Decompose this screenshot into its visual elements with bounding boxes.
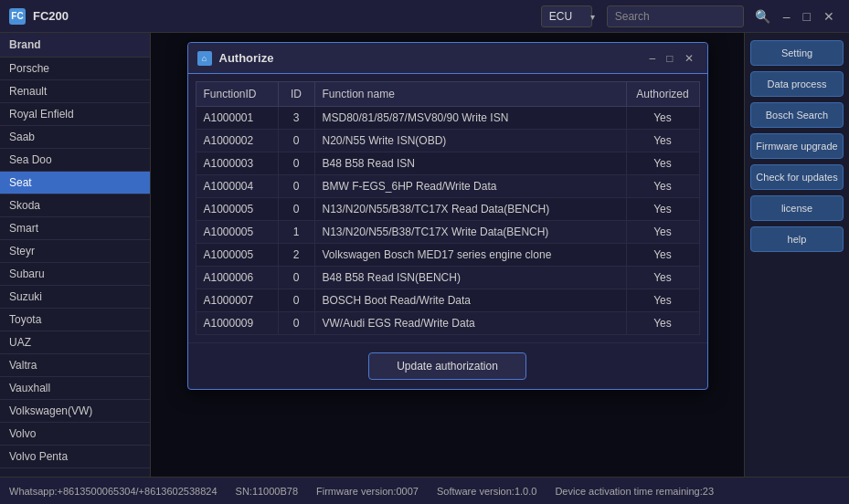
cell-function-name: B48 B58 Read ISN(BENCH)	[314, 267, 626, 289]
cell-function-id: A1000001	[196, 107, 278, 130]
cell-authorized: Yes	[626, 152, 699, 175]
sidebar-item-toyota[interactable]: Toyota	[0, 309, 150, 331]
help-button[interactable]: help	[750, 226, 844, 252]
license-button[interactable]: license	[750, 195, 844, 221]
sidebar-item-smart[interactable]: Smart	[0, 217, 150, 240]
cell-authorized: Yes	[626, 198, 699, 221]
close-button[interactable]: ✕	[818, 7, 840, 26]
search-input[interactable]	[607, 5, 744, 27]
cell-id: 0	[278, 289, 314, 312]
table-row: A1000003 0 B48 B58 Read ISN Yes	[196, 152, 699, 175]
firmware-upgrade-button[interactable]: Firmware upgrade	[750, 133, 844, 159]
sidebar-item-seat[interactable]: Seat	[0, 172, 150, 194]
cell-function-id: A1000005	[196, 198, 278, 221]
cell-id: 2	[278, 244, 314, 267]
title-bar: FC FC200 ECU 🔍 – □ ✕	[0, 0, 849, 33]
auth-table-container: FunctionID ID Function name Authorized A…	[188, 74, 707, 342]
sidebar-item-vauxhall[interactable]: Vauxhall	[0, 377, 150, 400]
sidebar-header: Brand	[0, 33, 150, 58]
update-authorization-button[interactable]: Update authorization	[368, 352, 526, 380]
table-row: A1000004 0 BMW F-EGS_6HP Read/Write Data…	[196, 175, 699, 198]
cell-function-name: N13/N20/N55/B38/TC17X Read Data(BENCH)	[314, 198, 626, 221]
cell-authorized: Yes	[626, 267, 699, 289]
sidebar-item-steyr[interactable]: Steyr	[0, 240, 150, 263]
status-activation: Device activation time remaining:23	[555, 486, 714, 497]
dialog-title: Authorize	[219, 51, 643, 65]
cell-id: 0	[278, 152, 314, 175]
sidebar-item-volvo-penta[interactable]: Volvo Penta	[0, 446, 150, 468]
sidebar-item-porsche[interactable]: Porsche	[0, 58, 150, 80]
dialog-titlebar: ⌂ Authorize – □ ✕	[188, 43, 707, 74]
table-row: A1000005 1 N13/N20/N55/B38/TC17X Write D…	[196, 221, 699, 244]
cell-authorized: Yes	[626, 107, 699, 130]
cell-id: 0	[278, 267, 314, 289]
table-header-row: FunctionID ID Function name Authorized	[196, 82, 699, 107]
status-software: Software version:1.0.0	[437, 486, 536, 497]
cell-function-id: A1000005	[196, 221, 278, 244]
status-whatsapp: Whatsapp:+8613500065304/+8613602538824	[9, 486, 218, 497]
ecu-selector[interactable]: ECU	[541, 5, 592, 27]
status-firmware: Firmware version:0007	[316, 486, 419, 497]
sidebar-item-volvo[interactable]: Volvo	[0, 423, 150, 446]
dialog-icon: ⌂	[197, 51, 212, 66]
check-updates-button[interactable]: Check for updates	[750, 164, 844, 190]
app-logo: FC	[9, 8, 26, 25]
sidebar-item-subaru[interactable]: Subaru	[0, 263, 150, 286]
cell-authorized: Yes	[626, 221, 699, 244]
table-row: A1000006 0 B48 B58 Read ISN(BENCH) Yes	[196, 267, 699, 289]
cell-function-name: MSD80/81/85/87/MSV80/90 Write ISN	[314, 107, 626, 130]
cell-id: 0	[278, 175, 314, 198]
sidebar: Brand PorscheRenaultRoyal EnfieldSaabSea…	[0, 33, 151, 477]
cell-function-name: BOSCH Boot Read/Write Data	[314, 289, 626, 312]
maximize-button[interactable]: □	[798, 7, 816, 26]
table-row: A1000005 0 N13/N20/N55/B38/TC17X Read Da…	[196, 198, 699, 221]
col-header-function-name: Function name	[314, 82, 626, 107]
cell-id: 0	[278, 198, 314, 221]
sidebar-item-sea-doo[interactable]: Sea Doo	[0, 149, 150, 172]
minimize-button[interactable]: –	[778, 7, 796, 26]
cell-id: 3	[278, 107, 314, 130]
setting-button[interactable]: Setting	[750, 40, 844, 66]
dialog-close-button[interactable]: ✕	[680, 50, 698, 67]
col-header-function-id: FunctionID	[196, 82, 278, 107]
cell-authorized: Yes	[626, 175, 699, 198]
right-panel: SettingData processBosch SearchFirmware …	[744, 33, 849, 477]
app-title: FC200	[33, 9, 69, 23]
sidebar-item-suzuki[interactable]: Suzuki	[0, 286, 150, 309]
cell-function-name: Volkswagen Bosch MED17 series engine clo…	[314, 244, 626, 267]
cell-authorized: Yes	[626, 289, 699, 312]
dialog-minimize-button[interactable]: –	[645, 50, 661, 67]
table-row: A1000002 0 N20/N55 Write ISN(OBD) Yes	[196, 130, 699, 152]
ecu-selector-wrapper[interactable]: ECU	[541, 5, 600, 27]
sidebar-item-royal-enfield[interactable]: Royal Enfield	[0, 103, 150, 126]
dialog-maximize-button[interactable]: □	[662, 50, 677, 67]
cell-id: 0	[278, 312, 314, 335]
sidebar-item-skoda[interactable]: Skoda	[0, 194, 150, 217]
cell-function-id: A1000006	[196, 267, 278, 289]
bosch-search-button[interactable]: Bosch Search	[750, 102, 844, 128]
sidebar-item-volkswagen-vw-[interactable]: Volkswagen(VW)	[0, 400, 150, 423]
table-row: A1000001 3 MSD80/81/85/87/MSV80/90 Write…	[196, 107, 699, 130]
status-sn: SN:11000B78	[236, 486, 299, 497]
sidebar-item-saab[interactable]: Saab	[0, 126, 150, 149]
cell-authorized: Yes	[626, 130, 699, 152]
sidebar-item-valtra[interactable]: Valtra	[0, 354, 150, 377]
auth-table: FunctionID ID Function name Authorized A…	[196, 81, 700, 335]
table-row: A1000009 0 VW/Audi EGS Read/Write Data Y…	[196, 312, 699, 335]
cell-authorized: Yes	[626, 312, 699, 335]
search-button[interactable]: 🔍	[749, 7, 776, 26]
dialog-footer: Update authorization	[188, 342, 707, 389]
cell-id: 0	[278, 130, 314, 152]
status-bar: Whatsapp:+8613500065304/+8613602538824 S…	[0, 477, 849, 504]
cell-function-id: A1000002	[196, 130, 278, 152]
cell-id: 1	[278, 221, 314, 244]
cell-function-id: A1000005	[196, 244, 278, 267]
cell-function-name: B48 B58 Read ISN	[314, 152, 626, 175]
sidebar-item-uaz[interactable]: UAZ	[0, 331, 150, 354]
data-process-button[interactable]: Data process	[750, 71, 844, 97]
sidebar-item-renault[interactable]: Renault	[0, 80, 150, 103]
table-row: A1000005 2 Volkswagen Bosch MED17 series…	[196, 244, 699, 267]
cell-function-id: A1000007	[196, 289, 278, 312]
col-header-authorized: Authorized	[626, 82, 699, 107]
cell-function-id: A1000003	[196, 152, 278, 175]
